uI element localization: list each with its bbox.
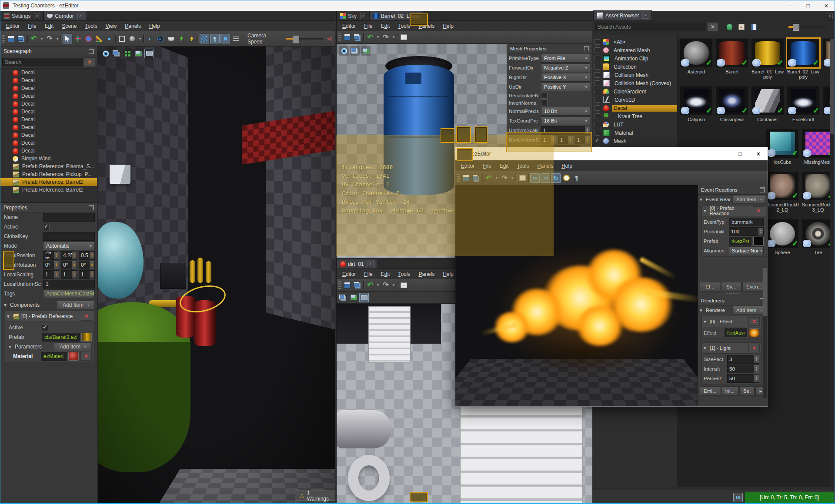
material-thumbnail[interactable] <box>68 352 79 361</box>
asset-grid-scrollbar[interactable] <box>830 38 835 487</box>
asset-item[interactable]: ScannedRock02_LQ <box>765 172 799 212</box>
menu-item[interactable]: Editor <box>2 22 23 30</box>
tags-dropdown[interactable]: AutoColMesh|CastShadow <box>43 289 95 298</box>
simulation-speed-icon[interactable] <box>561 173 571 183</box>
remove-parameter-button[interactable] <box>80 352 92 361</box>
minimize-button[interactable]: – <box>713 149 731 159</box>
type-filter-checkbox[interactable] <box>595 138 600 144</box>
updir-dropdown[interactable]: Positive Y <box>541 83 590 91</box>
dropdown-arrow-icon[interactable] <box>376 280 380 290</box>
asset-type-item[interactable]: Collision Mesh (Convex) <box>593 79 677 87</box>
position-y-stepper[interactable]: 4.25 <box>61 251 77 260</box>
export-run-icon[interactable] <box>177 34 186 43</box>
position-x-stepper[interactable]: 29 m <box>43 251 59 260</box>
tab-emission[interactable]: Emi... <box>700 386 720 396</box>
type-filter-checkbox[interactable] <box>595 113 600 119</box>
asset-item[interactable]: IceCube <box>765 129 799 165</box>
asset-item[interactable]: Container <box>751 86 785 122</box>
menu-item[interactable]: Edit <box>377 270 394 279</box>
camera-box-icon[interactable] <box>144 49 154 58</box>
dropdown-arrow-icon[interactable] <box>55 34 60 43</box>
asset-item[interactable]: Barrel_02_Lowpoly <box>786 39 820 80</box>
box-mode-icon[interactable] <box>117 34 127 43</box>
close-tab-icon[interactable] <box>34 13 40 19</box>
close-tab-icon[interactable] <box>77 13 84 19</box>
maximize-button[interactable]: □ <box>731 149 749 159</box>
type-filter-checkbox[interactable] <box>595 97 600 103</box>
type-filter-checkbox[interactable] <box>595 80 600 86</box>
type-filter-checkbox[interactable] <box>595 89 600 94</box>
tab-settings[interactable]: Settings <box>0 11 43 20</box>
minimize-button[interactable]: – <box>781 0 799 11</box>
save-all-icon[interactable] <box>353 280 362 290</box>
menu-item[interactable]: Help <box>439 22 458 30</box>
sphere-mode-icon[interactable] <box>127 34 137 43</box>
close-tab-icon[interactable] <box>360 13 366 19</box>
active-checkbox[interactable] <box>43 224 50 230</box>
close-tab-icon[interactable] <box>642 13 648 19</box>
render-mode-icon[interactable] <box>231 34 240 43</box>
tab-behaviors[interactable]: Be. <box>739 386 755 396</box>
menu-item[interactable]: Edit <box>41 22 58 30</box>
scenegraph-item[interactable]: Prefab Reference: Barrel2 <box>0 186 97 194</box>
position-z-stepper[interactable]: 0.5 <box>79 251 95 260</box>
layered-windows-icon[interactable] <box>338 293 348 302</box>
asset-type-item[interactable]: Collision Mesh <box>593 71 677 79</box>
scenegraph-item[interactable]: Decal <box>0 100 97 108</box>
type-filter-checkbox[interactable] <box>595 47 600 53</box>
export-asset-icon[interactable] <box>399 280 408 290</box>
sizefactor-stepper[interactable]: 3 <box>727 355 759 364</box>
undo-icon[interactable] <box>365 280 375 290</box>
asset-type-item[interactable]: Curve1D <box>593 96 677 104</box>
layered-windows-icon[interactable] <box>112 49 121 58</box>
dropdown-arrow-icon[interactable] <box>376 33 380 42</box>
tab-initializers[interactable]: Ini... <box>721 386 738 396</box>
redo-icon[interactable] <box>381 280 391 290</box>
scenegraph-item[interactable]: Decal <box>0 108 97 116</box>
tab-asset-browser[interactable]: Asset Browser <box>593 10 652 20</box>
scale-gizmo-icon[interactable] <box>94 34 104 43</box>
type-filter-checkbox[interactable] <box>595 122 600 127</box>
thumbnail-size-slider[interactable] <box>788 26 828 28</box>
close-tab-icon[interactable] <box>367 261 374 267</box>
remove-reaction-button[interactable] <box>753 206 764 215</box>
scenegraph-item[interactable]: Decal <box>0 139 97 147</box>
screenshot-icon[interactable] <box>361 46 371 56</box>
scenegraph-item[interactable]: Decal <box>0 147 97 155</box>
transform-all-icon[interactable] <box>725 22 734 32</box>
asset-item[interactable]: Cassiopeia <box>715 86 749 122</box>
effect-thumbnail[interactable] <box>749 328 759 337</box>
menu-item[interactable]: File <box>360 22 376 30</box>
dropdown-arrow-icon[interactable] <box>138 34 142 43</box>
scene-3d-viewport[interactable]: 1 Warnings <box>98 46 335 504</box>
close-button[interactable]: ✕ <box>817 0 835 11</box>
menu-item[interactable]: Scene <box>58 22 80 30</box>
expand-view-icon[interactable] <box>123 49 132 58</box>
scenegraph-item[interactable]: Prefab Reference: Pickup_P... <box>0 170 97 178</box>
component-0-header[interactable]: [0] - Prefab Reference <box>5 311 94 322</box>
invertnormals-checkbox[interactable] <box>541 99 548 106</box>
menu-item[interactable]: File <box>24 22 40 30</box>
globalkey-field[interactable] <box>43 232 95 241</box>
asset-item[interactable]: Barrel_01_Lowpoly <box>751 39 785 80</box>
screenshot-icon[interactable] <box>349 293 358 302</box>
add-event-reaction-button[interactable]: Add Item <box>732 195 766 204</box>
material-asset-field[interactable] <box>41 352 67 361</box>
run-icon[interactable] <box>187 34 197 43</box>
remove-renderer-button[interactable] <box>748 317 760 326</box>
play-scene-icon[interactable] <box>145 34 155 43</box>
light-renderer-header[interactable]: [1] - Light <box>701 342 762 354</box>
menu-item[interactable]: Edit <box>377 22 394 30</box>
asset-item[interactable]: Calypso <box>679 86 713 122</box>
float-panel-icon[interactable] <box>89 49 94 54</box>
prefab-thumbnail[interactable] <box>81 333 92 342</box>
warnings-button[interactable]: 1 Warnings <box>295 491 335 501</box>
mode-dropdown[interactable]: Automatic <box>43 242 95 250</box>
scenegraph-item[interactable]: Decal <box>0 123 97 131</box>
asset-report-icon[interactable] <box>749 22 758 32</box>
speaker-icon[interactable] <box>324 34 334 43</box>
asset-type-item[interactable]: Decal <box>593 104 677 112</box>
float-panel-icon[interactable] <box>89 205 94 210</box>
menu-item[interactable]: Panels <box>414 270 438 279</box>
camera-speed-slider[interactable] <box>286 38 323 40</box>
